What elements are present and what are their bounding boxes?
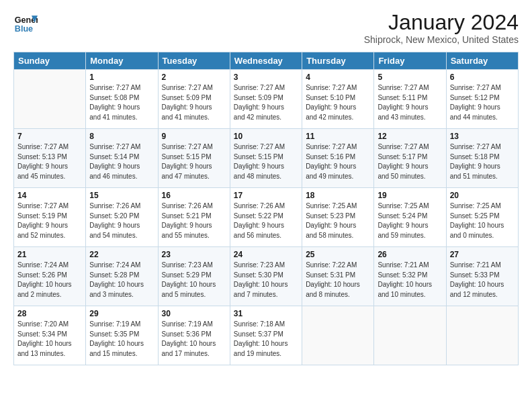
cell-info: Sunrise: 7:27 AMSunset: 5:12 PMDaylight:…	[450, 83, 515, 122]
cell-info: Sunrise: 7:27 AMSunset: 5:15 PMDaylight:…	[234, 142, 298, 181]
cell-info: Sunrise: 7:27 AMSunset: 5:11 PMDaylight:…	[378, 83, 442, 122]
calendar-cell: 24Sunrise: 7:23 AMSunset: 5:30 PMDayligh…	[230, 247, 302, 306]
col-header-monday: Monday	[86, 52, 158, 70]
cell-info: Sunrise: 7:19 AMSunset: 5:35 PMDaylight:…	[89, 320, 154, 359]
day-number: 11	[306, 132, 370, 141]
day-number: 30	[162, 309, 226, 318]
day-number: 12	[378, 132, 442, 141]
calendar-cell: 26Sunrise: 7:21 AMSunset: 5:32 PMDayligh…	[374, 247, 446, 306]
cell-info: Sunrise: 7:27 AMSunset: 5:16 PMDaylight:…	[306, 142, 370, 181]
day-number: 26	[378, 250, 442, 259]
day-number: 6	[450, 73, 515, 82]
calendar-cell: 18Sunrise: 7:25 AMSunset: 5:23 PMDayligh…	[302, 188, 374, 247]
calendar-cell: 12Sunrise: 7:27 AMSunset: 5:17 PMDayligh…	[374, 129, 446, 188]
calendar-cell: 4Sunrise: 7:27 AMSunset: 5:10 PMDaylight…	[302, 70, 374, 129]
day-number: 29	[89, 309, 154, 318]
calendar-cell: 31Sunrise: 7:18 AMSunset: 5:37 PMDayligh…	[230, 306, 302, 365]
cell-info: Sunrise: 7:26 AMSunset: 5:20 PMDaylight:…	[89, 201, 154, 240]
calendar-table: SundayMondayTuesdayWednesdayThursdayFrid…	[13, 52, 519, 365]
calendar-cell	[302, 306, 374, 365]
calendar-cell: 25Sunrise: 7:22 AMSunset: 5:31 PMDayligh…	[302, 247, 374, 306]
day-number: 9	[162, 132, 226, 141]
header: General Blue January 2024 Shiprock, New …	[13, 11, 519, 45]
calendar-cell: 30Sunrise: 7:19 AMSunset: 5:36 PMDayligh…	[158, 306, 230, 365]
day-number: 23	[162, 250, 226, 259]
calendar-cell: 27Sunrise: 7:21 AMSunset: 5:33 PMDayligh…	[446, 247, 518, 306]
calendar-cell	[446, 306, 518, 365]
day-number: 10	[234, 132, 298, 141]
calendar-cell: 2Sunrise: 7:27 AMSunset: 5:09 PMDaylight…	[158, 70, 230, 129]
day-number: 4	[306, 73, 370, 82]
col-header-thursday: Thursday	[302, 52, 374, 70]
calendar-cell: 21Sunrise: 7:24 AMSunset: 5:26 PMDayligh…	[14, 247, 86, 306]
cell-info: Sunrise: 7:27 AMSunset: 5:09 PMDaylight:…	[162, 83, 226, 122]
day-number: 17	[234, 191, 298, 200]
cell-info: Sunrise: 7:24 AMSunset: 5:26 PMDaylight:…	[17, 261, 82, 300]
calendar-cell: 7Sunrise: 7:27 AMSunset: 5:13 PMDaylight…	[14, 129, 86, 188]
cell-info: Sunrise: 7:25 AMSunset: 5:23 PMDaylight:…	[306, 201, 370, 240]
calendar-cell: 17Sunrise: 7:26 AMSunset: 5:22 PMDayligh…	[230, 188, 302, 247]
day-number: 25	[306, 250, 370, 259]
col-header-sunday: Sunday	[14, 52, 86, 70]
cell-info: Sunrise: 7:25 AMSunset: 5:24 PMDaylight:…	[378, 201, 442, 240]
calendar-cell: 3Sunrise: 7:27 AMSunset: 5:09 PMDaylight…	[230, 70, 302, 129]
cell-info: Sunrise: 7:23 AMSunset: 5:30 PMDaylight:…	[234, 261, 298, 300]
cell-info: Sunrise: 7:27 AMSunset: 5:18 PMDaylight:…	[450, 142, 515, 181]
calendar-cell: 9Sunrise: 7:27 AMSunset: 5:15 PMDaylight…	[158, 129, 230, 188]
col-header-friday: Friday	[374, 52, 446, 70]
calendar-cell: 22Sunrise: 7:24 AMSunset: 5:28 PMDayligh…	[86, 247, 158, 306]
week-row-2: 7Sunrise: 7:27 AMSunset: 5:13 PMDaylight…	[14, 129, 519, 188]
cell-info: Sunrise: 7:27 AMSunset: 5:10 PMDaylight:…	[306, 83, 370, 122]
day-number: 1	[89, 73, 154, 82]
page: General Blue January 2024 Shiprock, New …	[0, 0, 532, 411]
day-number: 5	[378, 73, 442, 82]
main-title: January 2024	[364, 11, 519, 34]
cell-info: Sunrise: 7:19 AMSunset: 5:36 PMDaylight:…	[162, 320, 226, 359]
calendar-cell: 5Sunrise: 7:27 AMSunset: 5:11 PMDaylight…	[374, 70, 446, 129]
cell-info: Sunrise: 7:27 AMSunset: 5:14 PMDaylight:…	[89, 142, 154, 181]
calendar-cell: 28Sunrise: 7:20 AMSunset: 5:34 PMDayligh…	[14, 306, 86, 365]
cell-info: Sunrise: 7:27 AMSunset: 5:09 PMDaylight:…	[234, 83, 298, 122]
svg-text:Blue: Blue	[15, 24, 33, 34]
cell-info: Sunrise: 7:27 AMSunset: 5:19 PMDaylight:…	[17, 201, 82, 240]
calendar-cell: 29Sunrise: 7:19 AMSunset: 5:35 PMDayligh…	[86, 306, 158, 365]
calendar-cell: 19Sunrise: 7:25 AMSunset: 5:24 PMDayligh…	[374, 188, 446, 247]
cell-info: Sunrise: 7:27 AMSunset: 5:15 PMDaylight:…	[162, 142, 226, 181]
cell-info: Sunrise: 7:18 AMSunset: 5:37 PMDaylight:…	[234, 320, 298, 359]
title-block: January 2024 Shiprock, New Mexico, Unite…	[364, 11, 519, 45]
day-number: 24	[234, 250, 298, 259]
day-number: 8	[89, 132, 154, 141]
cell-info: Sunrise: 7:23 AMSunset: 5:29 PMDaylight:…	[162, 261, 226, 300]
day-number: 14	[17, 191, 82, 200]
week-row-1: 1Sunrise: 7:27 AMSunset: 5:08 PMDaylight…	[14, 70, 519, 129]
cell-info: Sunrise: 7:26 AMSunset: 5:21 PMDaylight:…	[162, 201, 226, 240]
day-number: 2	[162, 73, 226, 82]
calendar-cell: 14Sunrise: 7:27 AMSunset: 5:19 PMDayligh…	[14, 188, 86, 247]
subtitle: Shiprock, New Mexico, United States	[364, 34, 519, 45]
day-number: 28	[17, 309, 82, 318]
cell-info: Sunrise: 7:21 AMSunset: 5:32 PMDaylight:…	[378, 261, 442, 300]
header-row: SundayMondayTuesdayWednesdayThursdayFrid…	[14, 52, 519, 70]
logo-icon: General Blue	[13, 11, 38, 35]
cell-info: Sunrise: 7:20 AMSunset: 5:34 PMDaylight:…	[17, 320, 82, 359]
col-header-saturday: Saturday	[446, 52, 518, 70]
week-row-3: 14Sunrise: 7:27 AMSunset: 5:19 PMDayligh…	[14, 188, 519, 247]
cell-info: Sunrise: 7:22 AMSunset: 5:31 PMDaylight:…	[306, 261, 370, 300]
logo: General Blue	[13, 11, 38, 35]
calendar-cell: 10Sunrise: 7:27 AMSunset: 5:15 PMDayligh…	[230, 129, 302, 188]
day-number: 16	[162, 191, 226, 200]
cell-info: Sunrise: 7:27 AMSunset: 5:13 PMDaylight:…	[17, 142, 82, 181]
calendar-cell: 16Sunrise: 7:26 AMSunset: 5:21 PMDayligh…	[158, 188, 230, 247]
week-row-5: 28Sunrise: 7:20 AMSunset: 5:34 PMDayligh…	[14, 306, 519, 365]
day-number: 19	[378, 191, 442, 200]
calendar-cell	[14, 70, 86, 129]
cell-info: Sunrise: 7:21 AMSunset: 5:33 PMDaylight:…	[450, 261, 515, 300]
day-number: 27	[450, 250, 515, 259]
day-number: 13	[450, 132, 515, 141]
day-number: 20	[450, 191, 515, 200]
col-header-tuesday: Tuesday	[158, 52, 230, 70]
day-number: 7	[17, 132, 82, 141]
col-header-wednesday: Wednesday	[230, 52, 302, 70]
calendar-cell	[374, 306, 446, 365]
week-row-4: 21Sunrise: 7:24 AMSunset: 5:26 PMDayligh…	[14, 247, 519, 306]
